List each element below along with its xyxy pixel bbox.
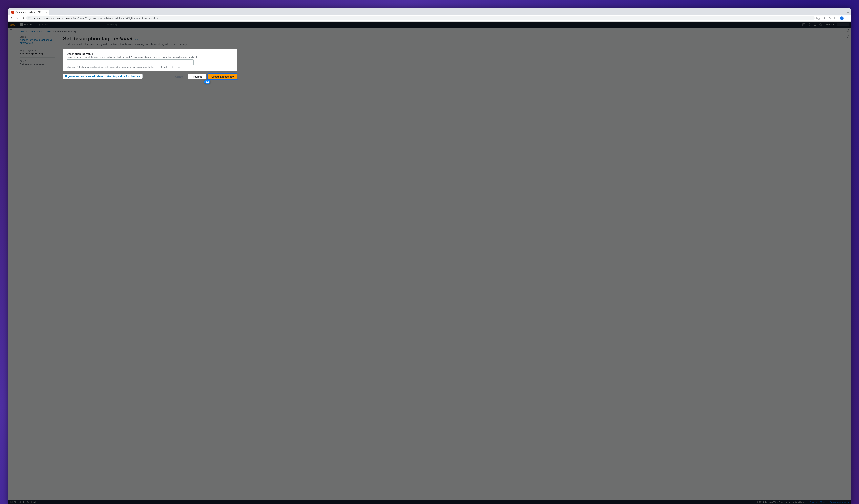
tab-favicon-icon [12, 11, 14, 14]
breadcrumb-users[interactable]: Users [28, 30, 35, 33]
field-hint: Describe the purpose of this access key … [67, 56, 233, 58]
help-icon[interactable] [814, 23, 816, 26]
wizard-step-2[interactable]: Step 2 - optional Set description tag [20, 49, 56, 58]
zoom-icon[interactable] [822, 16, 826, 20]
svg-rect-17 [22, 25, 22, 25]
svg-point-21 [38, 24, 40, 25]
browser-window: Create access key | IAM | Glo × + us-eas… [8, 8, 851, 504]
svg-rect-15 [20, 25, 21, 25]
footer-feedback[interactable]: Feedback [27, 501, 36, 503]
svg-point-11 [847, 19, 848, 19]
svg-rect-13 [21, 24, 21, 24]
region-selector[interactable]: Global [825, 23, 834, 26]
cloudshell-header-icon[interactable] [802, 23, 805, 26]
header-search-input[interactable] [41, 23, 105, 26]
wizard-step-1[interactable]: Step 1 Access key best practices & alter… [20, 36, 56, 47]
aws-logo-icon[interactable]: aws [10, 23, 15, 26]
hamburger-icon[interactable] [10, 29, 12, 31]
page-body: IAM › Users › C4C_User › Create access k… [8, 28, 851, 501]
aws-top-nav: aws Services [Option+S] [8, 21, 851, 28]
page-description: The description for this access key will… [63, 43, 237, 46]
footer-copyright: © 2024, Amazon Web Services, Inc. or its… [757, 501, 806, 503]
kebab-menu-icon[interactable] [846, 16, 849, 20]
cancel-button[interactable]: Cancel [172, 74, 186, 79]
description-tag-card: Description tag value Describe the purpo… [63, 49, 237, 71]
svg-point-10 [847, 18, 848, 18]
site-settings-icon[interactable] [28, 17, 31, 20]
search-icon [37, 24, 40, 26]
url-toolbar: us-east-1.console.aws.amazon.com/iam/hom… [8, 15, 851, 21]
history-panel-icon[interactable] [847, 35, 850, 38]
notifications-icon[interactable] [808, 23, 811, 26]
svg-rect-7 [835, 17, 837, 19]
settings-gear-icon[interactable] [819, 23, 822, 26]
url-text: us-east-1.console.aws.amazon.com/iam/hom… [32, 17, 158, 20]
svg-point-5 [823, 17, 825, 19]
info-panel-icon[interactable] [847, 29, 850, 32]
previous-button[interactable]: Previous [188, 74, 206, 79]
tab-strip: Create access key | IAM | Glo × + [8, 8, 851, 15]
svg-point-27 [848, 30, 848, 30]
svg-rect-20 [22, 25, 22, 26]
sidepanel-icon[interactable] [834, 16, 838, 20]
content-column: IAM › Users › C4C_User › Create access k… [14, 28, 845, 501]
account-menu[interactable] [837, 23, 849, 26]
info-link[interactable]: Info [135, 38, 138, 41]
new-tab-button[interactable]: + [49, 9, 55, 15]
svg-rect-18 [20, 25, 21, 26]
forward-button[interactable] [15, 16, 19, 20]
page-title: Set description tag - optional Info [63, 36, 237, 42]
main-content: Set description tag - optional Info The … [63, 36, 237, 79]
step-label: Retrieve access keys [20, 63, 56, 66]
tab-list-dropdown-icon[interactable] [845, 10, 851, 15]
svg-point-25 [820, 24, 821, 25]
aws-footer: CloudShell Feedback © 2024, Amazon Web S… [8, 501, 851, 504]
create-access-key-button[interactable]: Create access key [208, 74, 237, 80]
chevron-right-icon: › [37, 30, 37, 33]
reload-button[interactable] [20, 16, 25, 20]
tutorial-callout: If you want you can add description tag … [63, 74, 142, 79]
svg-rect-16 [21, 25, 21, 25]
footer-cookies[interactable]: Cookie preferences [830, 501, 849, 503]
svg-point-9 [847, 17, 848, 17]
svg-rect-0 [29, 17, 29, 18]
breadcrumb-iam[interactable]: IAM [20, 30, 24, 33]
translate-icon[interactable] [816, 16, 820, 20]
footer-terms[interactable]: Terms [820, 501, 826, 503]
footer-privacy[interactable]: Privacy [810, 501, 817, 503]
cloudshell-icon [10, 501, 13, 504]
chevron-right-icon: › [26, 30, 27, 33]
step-label: Set description tag [20, 52, 56, 55]
tab-title: Create access key | IAM | Glo [15, 11, 44, 14]
svg-rect-19 [21, 25, 21, 26]
field-label: Description tag value [67, 52, 233, 56]
browser-tab-active[interactable]: Create access key | IAM | Glo × [10, 10, 49, 15]
svg-rect-30 [11, 501, 13, 503]
breadcrumb-user[interactable]: C4C_User [39, 30, 51, 33]
breadcrumb-current: Create access key [55, 30, 76, 33]
tab-close-icon[interactable]: × [46, 11, 47, 14]
chevron-down-icon [832, 24, 834, 25]
star-icon[interactable] [828, 16, 832, 20]
browser-toolbar-icons [816, 16, 849, 20]
back-button[interactable] [10, 16, 14, 20]
svg-rect-12 [20, 24, 21, 24]
breadcrumb: IAM › Users › C4C_User › Create access k… [20, 30, 839, 33]
step-label[interactable]: Access key best practices & alternatives [20, 39, 56, 44]
field-constraint: Maximum 256 characters. Allowed characte… [67, 66, 233, 68]
url-input[interactable]: us-east-1.console.aws.amazon.com/iam/hom… [26, 16, 815, 20]
svg-rect-1 [30, 18, 31, 18]
profile-avatar-icon[interactable] [840, 16, 844, 20]
chevron-right-icon: › [53, 30, 54, 33]
tutorial-step-badge: 12 [204, 80, 210, 83]
step-number: Step 3 [20, 60, 56, 62]
services-label: Services [24, 23, 33, 26]
description-tag-input[interactable] [67, 59, 194, 65]
svg-rect-2 [29, 18, 29, 19]
grid-icon [20, 24, 22, 26]
footer-cloudshell[interactable]: CloudShell [10, 501, 24, 504]
header-search[interactable]: [Option+S] [37, 23, 117, 26]
region-label: Global [825, 23, 832, 26]
services-menu[interactable]: Services [18, 21, 35, 28]
step-number: Step 2 - optional [20, 49, 56, 52]
